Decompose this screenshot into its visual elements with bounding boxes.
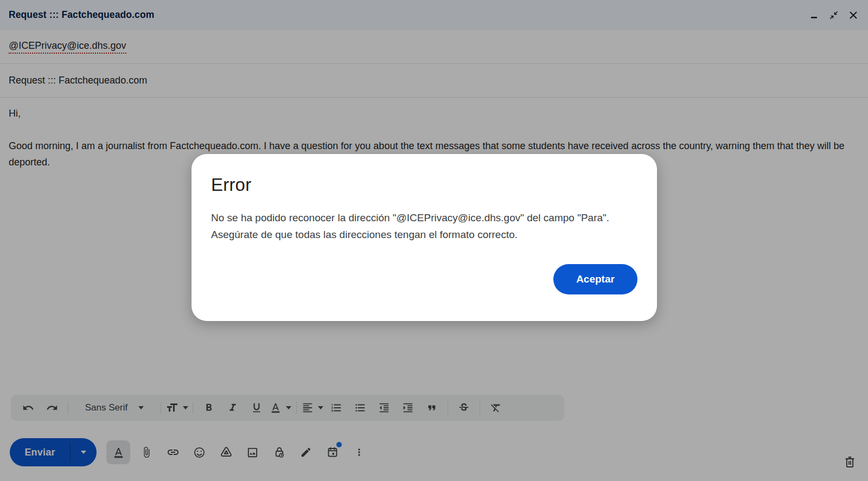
dialog-message: No se ha podido reconocer la dirección "… bbox=[211, 209, 637, 243]
dialog-title: Error bbox=[211, 175, 637, 195]
error-dialog: Error No se ha podido reconocer la direc… bbox=[192, 154, 657, 321]
accept-button[interactable]: Aceptar bbox=[553, 264, 637, 294]
compose-window: Request ::: Factchequeado.com @ICEPrivac… bbox=[0, 0, 868, 481]
